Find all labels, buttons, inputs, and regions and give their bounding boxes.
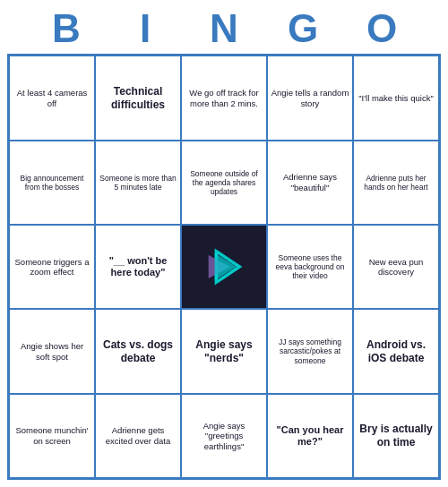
cell-text: Adrienne gets excited over data bbox=[99, 425, 177, 446]
cell-text: At least 4 cameras off bbox=[13, 88, 91, 108]
bingo-cell[interactable]: New eeva pun discovery bbox=[353, 225, 439, 309]
bingo-cell[interactable]: Angie says "greetings earthlings" bbox=[181, 394, 267, 478]
cell-text: Someone outside of the agenda shares upd… bbox=[185, 169, 263, 197]
cell-text: "Can you hear me?" bbox=[271, 424, 349, 448]
bingo-cell[interactable]: Someone is more than 5 minutes late bbox=[95, 141, 181, 225]
bingo-cell[interactable]: Angie says "nerds" bbox=[181, 309, 267, 393]
cell-text: Angie says "greetings earthlings" bbox=[185, 421, 263, 451]
cell-text: Adrienne puts her hands on her heart bbox=[357, 174, 435, 192]
bingo-cell[interactable]: "__ won't be here today" bbox=[95, 225, 181, 309]
bingo-cell[interactable]: "Can you hear me?" bbox=[267, 394, 353, 478]
cell-text: Angie says "nerds" bbox=[185, 338, 263, 364]
bingo-grid: At least 4 cameras offTechnical difficul… bbox=[7, 54, 441, 480]
cell-text: New eeva pun discovery bbox=[357, 257, 435, 278]
bingo-cell[interactable]: We go off track for more than 2 mins. bbox=[181, 56, 267, 140]
cell-text: Big announcement from the bosses bbox=[13, 174, 91, 192]
bingo-letter: G bbox=[263, 7, 342, 50]
cell-text: "__ won't be here today" bbox=[99, 255, 177, 278]
bingo-cell[interactable] bbox=[181, 225, 267, 309]
cell-text: Adrienne says "beautiful" bbox=[271, 172, 349, 192]
bingo-cell[interactable]: Someone munchin' on screen bbox=[9, 394, 95, 478]
bingo-cell[interactable]: Someone triggers a zoom effect bbox=[9, 225, 95, 309]
cell-text: "I'll make this quick" bbox=[358, 93, 434, 103]
bingo-letter: I bbox=[106, 7, 185, 50]
bingo-cell[interactable]: Android vs. iOS debate bbox=[353, 309, 439, 393]
cell-text: Someone triggers a zoom effect bbox=[13, 257, 91, 278]
bingo-cell[interactable]: Someone uses the eeva background on thei… bbox=[267, 225, 353, 309]
cell-text: Cats vs. dogs debate bbox=[99, 338, 177, 364]
cell-text: JJ says something sarcastic/pokes at som… bbox=[271, 337, 349, 365]
cell-text: Android vs. iOS debate bbox=[357, 338, 435, 364]
bingo-cell[interactable]: Adrienne says "beautiful" bbox=[267, 141, 353, 225]
bingo-cell[interactable]: Angie shows her soft spot bbox=[9, 309, 95, 393]
bingo-cell[interactable]: Big announcement from the bosses bbox=[9, 141, 95, 225]
bingo-cell[interactable]: Angie tells a random story bbox=[267, 56, 353, 140]
bingo-letter: O bbox=[342, 7, 421, 50]
bingo-cell[interactable]: Adrienne gets excited over data bbox=[95, 394, 181, 478]
cell-text: Angie tells a random story bbox=[271, 88, 349, 108]
bingo-letter: B bbox=[27, 7, 106, 50]
cell-text: Someone munchin' on screen bbox=[13, 425, 91, 446]
bingo-cell[interactable]: Adrienne puts her hands on her heart bbox=[353, 141, 439, 225]
bingo-header: BINGO bbox=[7, 7, 441, 50]
bingo-cell[interactable]: Cats vs. dogs debate bbox=[95, 309, 181, 393]
bingo-cell[interactable]: Bry is actually on time bbox=[353, 394, 439, 478]
cell-text: Angie shows her soft spot bbox=[13, 341, 91, 362]
cell-text: Someone uses the eeva background on thei… bbox=[271, 253, 349, 281]
cell-text: Technical difficulties bbox=[99, 85, 177, 111]
bingo-cell[interactable]: JJ says something sarcastic/pokes at som… bbox=[267, 309, 353, 393]
cell-text: We go off track for more than 2 mins. bbox=[185, 88, 263, 108]
bingo-cell[interactable]: Technical difficulties bbox=[95, 56, 181, 140]
bingo-cell[interactable]: At least 4 cameras off bbox=[9, 56, 95, 140]
bingo-cell[interactable]: Someone outside of the agenda shares upd… bbox=[181, 141, 267, 225]
cell-text: Bry is actually on time bbox=[357, 423, 435, 449]
bingo-letter: N bbox=[185, 7, 263, 50]
bingo-cell[interactable]: "I'll make this quick" bbox=[353, 56, 439, 140]
cell-text: Someone is more than 5 minutes late bbox=[99, 174, 177, 192]
